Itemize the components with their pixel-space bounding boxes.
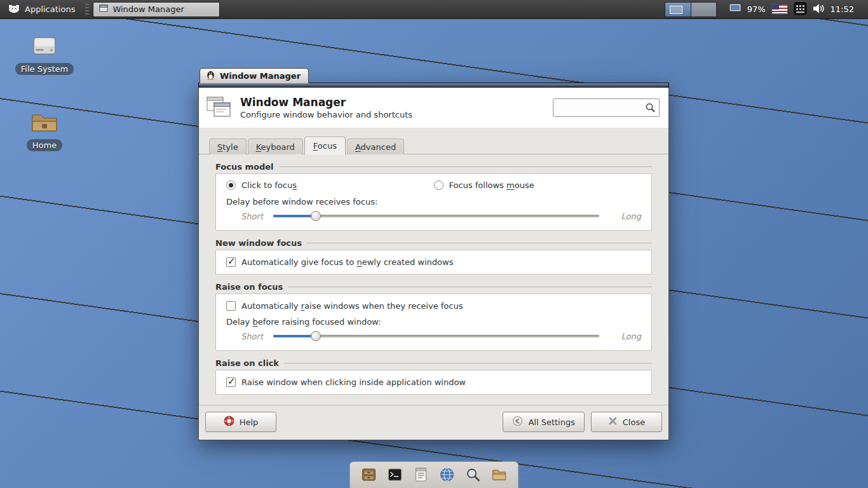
group-title: Focus model (215, 162, 274, 172)
group-divider (279, 166, 652, 167)
search-field[interactable] (553, 98, 660, 117)
group-title: Raise on click (215, 358, 279, 368)
search-input[interactable] (553, 98, 660, 117)
xfce-logo-icon (8, 4, 20, 15)
taskbar-item-label: Window Manager (112, 4, 184, 14)
group-raise-on-focus: Raise on focus Automatically raise windo… (215, 282, 652, 351)
help-icon (224, 416, 234, 428)
checkbox-auto-raise[interactable]: Automatically raise windows when they re… (226, 301, 641, 311)
taskbar-item-window-manager[interactable]: Window Manager (93, 2, 220, 17)
tab-advanced[interactable]: Advanced (347, 139, 404, 154)
tab-page-focus: Focus model Click to focus Focus follows… (199, 154, 668, 400)
tab-label: Style (217, 142, 238, 152)
all-settings-button-label: All Settings (528, 417, 575, 427)
workspace-2[interactable] (691, 3, 716, 17)
checkbox-raise-on-click[interactable]: Raise window when clicking inside applic… (226, 377, 641, 387)
tab-label: Keyboard (256, 142, 295, 152)
raise-delay-slider[interactable] (273, 331, 599, 341)
radio-indicator[interactable] (226, 180, 236, 190)
text-editor-icon[interactable] (412, 466, 430, 484)
slider-handle[interactable] (311, 211, 321, 221)
close-icon (608, 416, 618, 428)
tab-bar: Style Keyboard Focus Advanced (199, 128, 668, 154)
window-titlebar[interactable]: Window Manager (200, 68, 309, 83)
window-manager-app-icon (205, 93, 232, 122)
workspace-window-thumbnail (670, 6, 682, 14)
radio-focus-follows-mouse[interactable]: Focus follows mouse (434, 180, 642, 190)
slider-handle[interactable] (311, 331, 321, 341)
group-title: New window focus (215, 238, 302, 248)
group-new-window-focus: New window focus Automatically give focu… (215, 238, 652, 274)
workspace-1[interactable] (665, 3, 691, 17)
tab-label: Focus (313, 141, 337, 151)
window-icon (99, 4, 108, 14)
close-button-label: Close (623, 417, 645, 427)
checkbox-indicator[interactable] (226, 257, 236, 267)
checkbox-indicator[interactable] (226, 377, 236, 387)
all-settings-button[interactable]: All Settings (503, 412, 585, 432)
help-button[interactable]: Help (205, 412, 276, 432)
dialog-button-row: Help All Settings Close (199, 405, 668, 440)
help-button-label: Help (240, 417, 259, 427)
window-manager-dialog: Window Manager Window Manager Configure … (198, 83, 669, 440)
panel-separator (85, 4, 89, 15)
desktop-icon-home[interactable]: Home (14, 109, 75, 151)
folder-icon[interactable] (491, 466, 508, 484)
clock[interactable]: 11:52 (831, 4, 862, 14)
checkbox-label: Automatically give focus to newly create… (241, 257, 453, 267)
group-title: Raise on focus (215, 282, 283, 292)
system-tray: 97% 11:52 (665, 2, 868, 17)
display-icon[interactable] (729, 3, 742, 16)
desktop-icon-label: File System (15, 63, 74, 75)
focus-delay-label: Delay before window receives focus: (226, 193, 641, 208)
file-manager-icon[interactable] (360, 466, 378, 484)
tab-style[interactable]: Style (209, 139, 247, 154)
home-folder-icon (30, 109, 59, 137)
applications-label: Applications (25, 4, 75, 14)
dialog-header: Window Manager Configure window behavior… (199, 88, 668, 128)
terminal-icon[interactable] (386, 466, 404, 484)
dialog-body: Window Manager Configure window behavior… (198, 88, 669, 440)
slider-track[interactable] (273, 215, 599, 217)
tab-focus[interactable]: Focus (304, 137, 346, 154)
workspace-switcher[interactable] (665, 2, 717, 17)
checkbox-label: Automatically raise windows when they re… (241, 301, 463, 311)
focus-delay-slider[interactable] (273, 211, 599, 221)
slider-max-label: Long (609, 212, 641, 221)
bottom-dock (349, 461, 519, 488)
radio-label: Click to focus (241, 180, 297, 190)
group-focus-model: Focus model Click to focus Focus follows… (215, 162, 652, 231)
search-icon[interactable] (645, 102, 656, 115)
slider-fill (273, 215, 316, 217)
titlebar-band[interactable] (198, 83, 669, 88)
slider-min-label: Short (226, 332, 263, 341)
slider-min-label: Short (226, 212, 263, 221)
close-button[interactable]: Close (591, 412, 662, 432)
applications-menu-button[interactable]: Applications (0, 0, 83, 18)
group-divider (307, 243, 652, 243)
window-title: Window Manager (220, 71, 301, 81)
group-divider (284, 363, 652, 363)
all-settings-icon (512, 416, 523, 428)
web-browser-icon[interactable] (438, 466, 456, 484)
keyboard-icon[interactable] (794, 2, 807, 17)
volume-icon[interactable] (813, 3, 825, 16)
tab-keyboard[interactable]: Keyboard (248, 139, 303, 154)
dialog-header-text: Window Manager Configure window behavior… (240, 96, 412, 119)
search-app-icon[interactable] (465, 466, 482, 484)
tab-label: Advanced (355, 142, 396, 152)
slider-max-label: Long (609, 332, 641, 341)
group-divider (288, 287, 652, 287)
checkbox-label: Raise window when clicking inside applic… (241, 377, 466, 387)
battery-indicator[interactable]: 97% (747, 4, 766, 14)
slider-track[interactable] (273, 335, 599, 337)
dialog-title: Window Manager (240, 96, 412, 109)
checkbox-focus-new-windows[interactable]: Automatically give focus to newly create… (226, 257, 641, 267)
raise-delay-label: Delay before raising focused window: (226, 313, 641, 329)
keyboard-layout-flag-icon[interactable] (771, 4, 788, 15)
checkbox-indicator[interactable] (226, 301, 236, 311)
radio-indicator[interactable] (434, 180, 444, 190)
radio-click-to-focus[interactable]: Click to focus (226, 180, 434, 190)
desktop-icon-file-system[interactable]: File System (14, 33, 75, 75)
dialog-subtitle: Configure window behavior and shortcuts (240, 110, 412, 119)
